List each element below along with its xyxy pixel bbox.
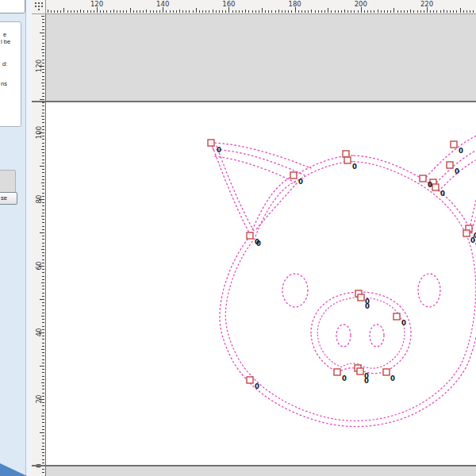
ruler-tick [262, 8, 263, 13]
ruler-tick [42, 159, 44, 160]
ruler-tick [248, 10, 249, 13]
horizontal-ruler[interactable]: 120140160180200220 [45, 0, 476, 14]
node-marker[interactable] [290, 172, 297, 178]
node-marker[interactable] [420, 175, 426, 182]
ruler-tick [120, 10, 121, 13]
ruler-tick [57, 10, 58, 13]
ruler-tick [140, 10, 140, 13]
ruler-tick [364, 10, 365, 13]
ruler-tick [67, 10, 68, 13]
ruler-tick [40, 299, 44, 300]
ruler-tick [42, 63, 44, 63]
outline-nostril-right[interactable] [370, 324, 384, 347]
ruler-tick [213, 10, 213, 13]
ruler-tick [271, 10, 272, 13]
ruler-tick [42, 389, 44, 390]
ruler-tick [341, 10, 342, 13]
ruler-tick [42, 143, 44, 144]
ruler-tick [308, 10, 309, 13]
ruler-tick [298, 10, 299, 13]
ruler-tick [42, 293, 44, 294]
ruler-tick [42, 259, 44, 260]
ruler-tick [239, 10, 240, 13]
outline-head-inner[interactable] [225, 162, 476, 421]
outline-snout-inner[interactable] [317, 298, 405, 368]
ruler-tick [42, 239, 44, 240]
ruler-tick [40, 166, 44, 167]
ruler-tick [42, 459, 44, 460]
ruler-tick [83, 10, 84, 13]
ruler-label: 140 [156, 0, 169, 8]
node-marker[interactable] [344, 157, 351, 163]
node-marker[interactable] [247, 377, 253, 383]
pig-face-drawing: 0000000000000000000 [46, 13, 476, 476]
node-order-label: 0 [364, 377, 369, 385]
ruler-tick [94, 10, 94, 13]
outline-ear-left-top-outer[interactable] [211, 143, 311, 168]
outline-ear-right-inner[interactable] [439, 160, 475, 191]
outline-eye-left[interactable] [282, 274, 308, 307]
outline-ear-left-side-inner[interactable] [217, 146, 254, 231]
ruler-tick [225, 10, 226, 13]
node-marker[interactable] [432, 184, 439, 190]
node-marker[interactable] [451, 141, 457, 148]
ruler-tick [268, 10, 269, 13]
ruler-tick [387, 10, 388, 13]
ruler-tick [42, 322, 44, 323]
ruler-tick [42, 219, 44, 220]
node-marker[interactable] [208, 140, 214, 146]
node-marker[interactable] [383, 369, 390, 375]
ruler-tick [42, 363, 44, 363]
ruler-tick [41, 83, 45, 83]
outline-eye-right[interactable] [418, 274, 440, 307]
ruler-tick [413, 10, 414, 13]
ruler-origin-button[interactable] [32, 0, 46, 14]
ruler-tick [42, 43, 44, 44]
node-marker[interactable] [247, 232, 253, 239]
node-marker[interactable] [447, 162, 453, 168]
ruler-tick [42, 22, 44, 23]
outline-snout-outer[interactable] [311, 292, 411, 374]
node-order-label: 0 [255, 382, 259, 390]
ruler-tick [275, 10, 276, 13]
outline-nostril-left[interactable] [336, 324, 351, 347]
node-marker[interactable] [463, 230, 470, 236]
ruler-tick [42, 419, 44, 420]
ruler-tick [163, 7, 163, 13]
node-marker[interactable] [358, 294, 364, 301]
design-canvas[interactable]: 0000000000000000000 [46, 13, 476, 476]
close-button[interactable]: se [0, 192, 17, 205]
ruler-tick [48, 10, 48, 13]
ruler-label: 120 [35, 60, 43, 73]
ruler-tick [347, 10, 348, 13]
node-marker[interactable] [357, 368, 363, 374]
ruler-tick [42, 313, 44, 313]
ruler-tick [42, 76, 44, 77]
node-marker[interactable] [334, 369, 340, 375]
node-marker[interactable] [343, 151, 349, 157]
panel-top-field[interactable] [0, 0, 25, 13]
ruler-tick [40, 366, 44, 367]
outline-ear-left-fold[interactable] [255, 183, 297, 230]
outline-ear-right-return-a[interactable] [470, 189, 476, 229]
ruler-tick [42, 209, 44, 210]
node-marker[interactable] [393, 313, 400, 320]
node-order-label: 0 [342, 374, 347, 382]
ruler-tick [331, 10, 332, 13]
ruler-tick [42, 455, 44, 456]
ruler-tick [450, 10, 451, 13]
ruler-tick [42, 393, 44, 393]
ruler-tick [301, 10, 302, 13]
node-order-label: 0 [352, 163, 357, 171]
outline-ear-left-side-outer[interactable] [211, 143, 251, 236]
vertical-ruler[interactable]: 020406080100120 [32, 13, 46, 476]
ruler-tick [42, 193, 44, 194]
ruler-tick [41, 249, 45, 250]
ruler-tick [42, 305, 44, 306]
ruler-tick [417, 10, 418, 13]
outline-ear-right-outer[interactable] [424, 135, 476, 180]
ruler-tick [159, 10, 160, 13]
outline-ear-left-top-inner[interactable] [215, 156, 297, 183]
ruler-tick [42, 326, 44, 327]
ruler-tick [42, 463, 44, 463]
